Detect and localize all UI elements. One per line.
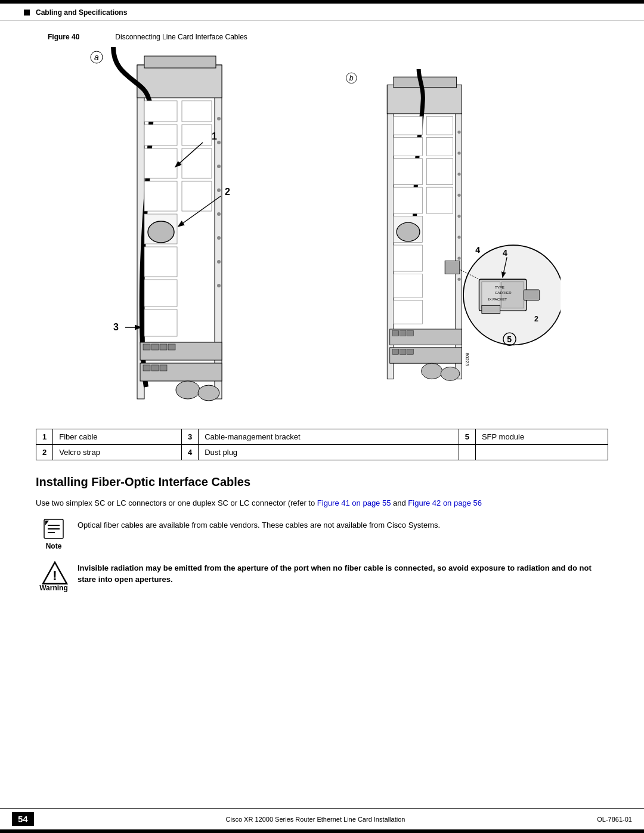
legend-label-4: Dust plug: [199, 445, 459, 460]
svg-rect-56: [394, 274, 422, 298]
legend-num-4: 4: [181, 445, 198, 460]
svg-rect-14: [182, 101, 212, 122]
warning-triangle-icon: !: [42, 561, 66, 583]
svg-rect-91: [400, 331, 406, 336]
svg-rect-58: [426, 116, 453, 135]
svg-rect-38: [168, 344, 175, 350]
svg-rect-9: [144, 181, 177, 211]
svg-rect-59: [426, 137, 453, 156]
legend-num-1: 1: [36, 429, 53, 445]
svg-point-68: [457, 256, 460, 259]
svg-point-65: [457, 194, 460, 197]
svg-point-25: [217, 284, 221, 287]
body-paragraph: Use two simplex SC or LC connectors or o…: [36, 497, 608, 509]
svg-text:CARRIER: CARRIER: [495, 290, 512, 295]
note-icon: [43, 518, 64, 542]
legend-row-2: 2 Velcro strap 4 Dust plug: [36, 445, 608, 460]
svg-rect-35: [143, 344, 150, 350]
warning-content: Invisible radiation may be emitted from …: [78, 561, 608, 586]
svg-point-18: [217, 117, 221, 120]
legend-label-2: Velcro strap: [53, 445, 182, 460]
svg-point-70: [397, 222, 420, 241]
legend-table: 1 Fiber cable 3 Cable-management bracket…: [36, 429, 608, 460]
svg-rect-55: [394, 245, 422, 271]
svg-rect-93: [392, 349, 399, 354]
footer-doc-number: OL-7861-01: [597, 816, 632, 823]
figure-41-link[interactable]: Figure 41 on page 55: [317, 498, 391, 507]
svg-rect-15: [182, 125, 212, 145]
svg-point-64: [457, 172, 460, 175]
svg-point-98: [441, 367, 460, 380]
svg-rect-6: [144, 101, 177, 122]
svg-rect-40: [151, 365, 159, 371]
svg-text:1: 1: [212, 131, 217, 141]
legend-row-1: 1 Fiber cable 3 Cable-management bracket…: [36, 429, 608, 445]
svg-text:a: a: [94, 52, 99, 62]
legend-num-2: 2: [36, 445, 53, 460]
warning-icon-area: ! Warning: [36, 561, 72, 592]
svg-text:5: 5: [507, 335, 512, 344]
svg-rect-8: [144, 148, 177, 178]
svg-point-24: [217, 260, 221, 264]
figure-title: Disconnecting Line Card Interface Cables: [115, 33, 247, 41]
svg-point-42: [176, 381, 200, 399]
body-text-between-links: and: [391, 498, 405, 507]
svg-rect-90: [392, 331, 399, 336]
svg-rect-50: [394, 116, 422, 135]
svg-point-43: [198, 385, 219, 401]
svg-point-19: [217, 141, 221, 144]
warning-label: Warning: [39, 584, 68, 592]
legend-label-5: SFP module: [475, 429, 608, 445]
svg-text:4: 4: [503, 248, 507, 258]
svg-rect-41: [160, 365, 167, 371]
svg-text:!: !: [52, 568, 57, 583]
figure-label: Figure 40: [48, 33, 79, 41]
svg-point-23: [217, 236, 221, 240]
svg-rect-11: [144, 247, 177, 277]
svg-rect-74: [501, 282, 524, 308]
svg-point-20: [217, 165, 221, 168]
legend-num-5: 5: [459, 429, 475, 445]
note-content: Optical fiber cables are available from …: [78, 518, 440, 531]
svg-rect-49: [394, 77, 457, 88]
svg-rect-57: [394, 301, 422, 324]
svg-text:4: 4: [475, 245, 480, 255]
header-section-title: Cabling and Specifications: [36, 8, 127, 17]
svg-rect-39: [143, 365, 150, 371]
svg-point-97: [422, 363, 442, 379]
svg-point-62: [457, 131, 460, 134]
svg-rect-78: [524, 290, 539, 301]
svg-rect-37: [160, 344, 167, 350]
svg-rect-16: [182, 148, 212, 178]
svg-rect-36: [151, 344, 159, 350]
svg-rect-7: [144, 125, 177, 145]
svg-rect-4: [137, 65, 222, 98]
page-container: Cabling and Specifications Figure 40 Dis…: [0, 0, 644, 833]
svg-rect-60: [426, 159, 453, 185]
svg-text:2: 2: [225, 187, 230, 197]
diagram-a-svg: a: [83, 47, 304, 417]
body-text-before-link1: Use two simplex SC or LC connectors or o…: [36, 498, 317, 507]
svg-point-67: [457, 236, 460, 239]
footer-page-number: 54: [12, 812, 34, 826]
svg-rect-86: [445, 261, 460, 274]
diagram-a: a: [83, 47, 304, 417]
svg-text:b: b: [349, 74, 354, 82]
figure-42-link[interactable]: Figure 42 on page 56: [406, 498, 482, 507]
header-square-icon: [24, 10, 30, 16]
diagram-b: b: [340, 47, 561, 417]
svg-point-22: [217, 212, 221, 216]
note-box: Note Optical fiber cables are available …: [36, 518, 608, 550]
legend-label-3: Cable-management bracket: [199, 429, 459, 445]
svg-rect-92: [407, 331, 414, 336]
svg-rect-94: [400, 349, 406, 354]
svg-text:IX PACKET: IX PACKET: [488, 297, 507, 301]
svg-point-63: [457, 151, 460, 154]
legend-num-3: 3: [181, 429, 198, 445]
svg-rect-51: [394, 137, 422, 156]
figure-area: a: [36, 47, 608, 417]
svg-rect-80: [482, 305, 500, 313]
svg-text:3: 3: [113, 322, 119, 332]
warning-box: ! Warning Invisible radiation may be emi…: [36, 561, 608, 592]
svg-point-66: [457, 215, 460, 218]
